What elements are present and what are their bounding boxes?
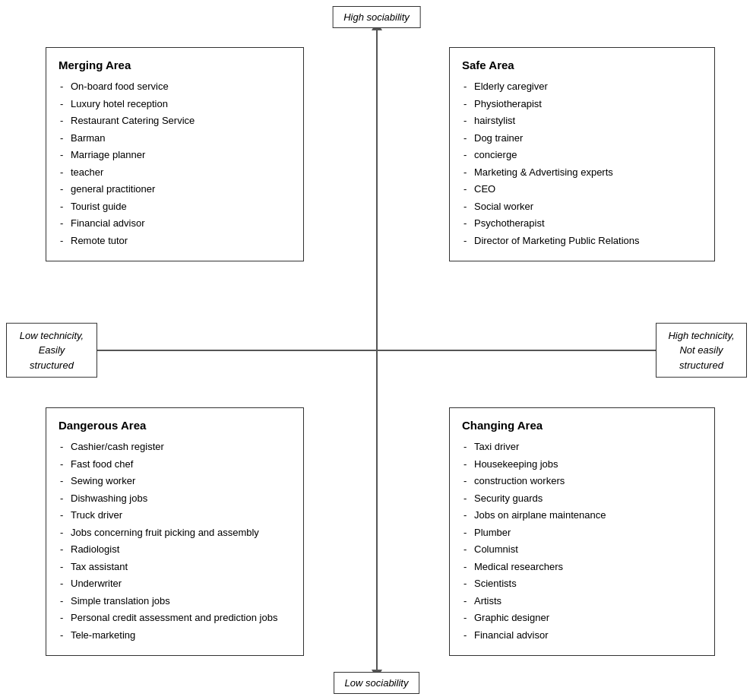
dangerous-area-list: Cashier/cash registerFast food chefSewin… [59, 439, 291, 642]
list-item: Security guards [462, 491, 702, 506]
dangerous-area-box: Dangerous Area Cashier/cash registerFast… [46, 407, 304, 656]
low-technicity-text: Low technicity,Easily structured [20, 329, 84, 370]
list-item: On-board food service [59, 79, 291, 94]
list-item: Remote tutor [59, 233, 291, 249]
list-item: Barman [59, 131, 291, 146]
list-item: concierge [462, 147, 702, 163]
list-item: Radiologist [59, 542, 291, 557]
safe-area-box: Safe Area Elderly caregiverPhysiotherapi… [449, 47, 715, 261]
changing-area-list: Taxi driverHousekeeping jobsconstruction… [462, 439, 702, 642]
list-item: Physiotherapist [462, 97, 702, 112]
list-item: Jobs concerning fruit picking and assemb… [59, 525, 291, 540]
list-item: Cashier/cash register [59, 439, 291, 455]
list-item: Plumber [462, 525, 702, 540]
high-technicity-box: High technicity,Not easily structured [656, 322, 747, 378]
list-item: Restaurant Catering Service [59, 113, 291, 128]
label-high-sociability: High sociability [332, 6, 421, 28]
list-item: Jobs on airplane maintenance [462, 508, 702, 523]
list-item: Taxi driver [462, 439, 702, 455]
list-item: general practitioner [59, 182, 291, 197]
changing-area-title: Changing Area [462, 419, 702, 432]
low-sociability-text: Low sociability [345, 677, 409, 689]
dangerous-area-title: Dangerous Area [59, 419, 291, 432]
label-low-sociability: Low sociability [334, 672, 420, 694]
low-sociability-box: Low sociability [334, 672, 420, 694]
safe-area-list: Elderly caregiverPhysiotherapisthairstyl… [462, 79, 702, 248]
list-item: Personal credit assessment and predictio… [59, 610, 291, 626]
safe-area-title: Safe Area [462, 59, 702, 71]
list-item: Tax assistant [59, 559, 291, 575]
list-item: Dishwashing jobs [59, 491, 291, 506]
axis-vertical [376, 23, 378, 677]
list-item: Elderly caregiver [462, 79, 702, 94]
list-item: Truck driver [59, 508, 291, 523]
merging-area-title: Merging Area [59, 59, 291, 71]
list-item: Graphic designer [462, 610, 702, 626]
list-item: Scientists [462, 576, 702, 591]
list-item: Financial advisor [59, 216, 291, 231]
high-sociability-text: High sociability [343, 11, 410, 23]
list-item: Luxury hotel reception [59, 97, 291, 112]
label-high-technicity: High technicity,Not easily structured [656, 322, 747, 378]
list-item: hairstylist [462, 113, 702, 128]
list-item: Sewing worker [59, 474, 291, 489]
merging-area-box: Merging Area On-board food serviceLuxury… [46, 47, 304, 261]
list-item: Marriage planner [59, 147, 291, 163]
low-technicity-box: Low technicity,Easily structured [6, 322, 97, 378]
list-item: Fast food chef [59, 457, 291, 472]
high-technicity-text: High technicity,Not easily structured [668, 329, 734, 370]
list-item: CEO [462, 182, 702, 197]
list-item: Columnist [462, 542, 702, 557]
list-item: teacher [59, 165, 291, 180]
list-item: construction workers [462, 474, 702, 489]
list-item: Housekeeping jobs [462, 457, 702, 472]
list-item: Simple translation jobs [59, 594, 291, 609]
diagram-container: High sociability Low sociability Low tec… [0, 0, 753, 700]
high-sociability-box: High sociability [332, 6, 421, 28]
list-item: Psychotherapist [462, 216, 702, 231]
list-item: Marketing & Advertising experts [462, 165, 702, 180]
list-item: Underwriter [59, 576, 291, 591]
list-item: Artists [462, 594, 702, 609]
list-item: Tourist guide [59, 199, 291, 214]
merging-area-list: On-board food serviceLuxury hotel recept… [59, 79, 291, 248]
list-item: Medical researchers [462, 559, 702, 575]
list-item: Social worker [462, 199, 702, 214]
label-low-technicity: Low technicity,Easily structured [6, 322, 97, 378]
list-item: Tele-marketing [59, 628, 291, 643]
changing-area-box: Changing Area Taxi driverHousekeeping jo… [449, 407, 715, 656]
list-item: Director of Marketing Public Relations [462, 233, 702, 249]
list-item: Financial advisor [462, 628, 702, 643]
list-item: Dog trainer [462, 131, 702, 146]
